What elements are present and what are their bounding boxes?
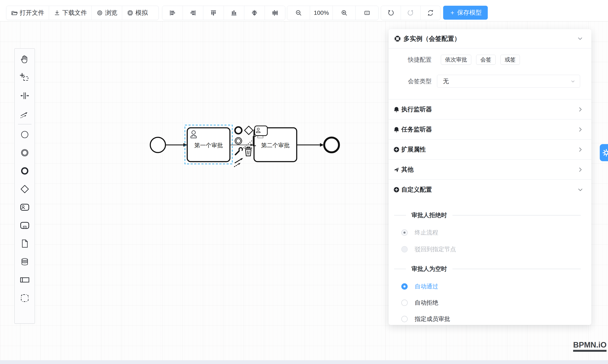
section-task-listeners[interactable]: 任务监听器 <box>389 119 591 139</box>
radio-auto-pass[interactable]: 自动通过 <box>401 283 438 290</box>
space-tool-icon <box>19 91 30 101</box>
empty-group-heading: 审批人为空时 <box>394 265 581 273</box>
palette-start-event[interactable] <box>16 126 34 144</box>
align-top-button[interactable] <box>203 6 224 20</box>
redo-icon <box>407 9 414 16</box>
magnifier-minus-icon <box>295 9 302 16</box>
toolbar-align-group <box>162 6 285 20</box>
append-gateway-button[interactable] <box>245 126 253 135</box>
palette-user-task[interactable] <box>16 198 34 216</box>
panel-sections: 执行监听器 任务监听器 扩展属性 其他 自定义配置 <box>389 99 591 199</box>
align-right-button[interactable] <box>183 6 203 20</box>
undo-button[interactable] <box>381 6 401 20</box>
plus-icon: ＋ <box>449 8 455 17</box>
zoom-out-button[interactable] <box>287 6 310 20</box>
radio-auto-reject[interactable]: 自动拒绝 <box>401 299 438 307</box>
hand-tool[interactable] <box>16 50 34 68</box>
chevron-down-icon <box>577 187 583 193</box>
panel-header[interactable]: 多实例（会签配置） <box>389 29 591 49</box>
align-top-icon <box>210 9 217 16</box>
align-left-icon <box>169 9 176 16</box>
gear-icon <box>602 149 608 157</box>
task-first-approval[interactable]: 第一个审批 <box>187 128 230 162</box>
radio-return-to-node[interactable]: 驳回到指定节点 <box>401 245 456 253</box>
palette-data-store[interactable] <box>16 253 34 271</box>
magnifier-plus-icon <box>341 9 348 16</box>
align-bottom-icon <box>230 9 238 16</box>
radio-button[interactable] <box>401 316 408 322</box>
palette-group[interactable] <box>16 289 34 307</box>
palette-data-object[interactable] <box>16 234 34 253</box>
align-bottom-button[interactable] <box>224 6 244 20</box>
empty-group-title: 审批人为空时 <box>411 265 447 273</box>
sequence-flow-2[interactable] <box>230 144 254 146</box>
shape-palette <box>14 48 35 324</box>
section-label: 自定义配置 <box>401 185 577 194</box>
palette-intermediate-event[interactable] <box>16 144 34 162</box>
bpmn-io-logo[interactable]: BPMN.iO <box>573 340 607 352</box>
append-user-task-button[interactable] <box>255 126 267 136</box>
reset-canvas-button[interactable] <box>421 6 440 20</box>
section-extended-properties[interactable]: 扩展属性 <box>389 139 591 159</box>
simulate-label: 模拟 <box>135 9 148 17</box>
zoom-in-button[interactable] <box>333 6 356 20</box>
lasso-tool[interactable] <box>16 68 34 87</box>
align-center-horizontal-button[interactable] <box>244 6 265 20</box>
radio-button[interactable] <box>401 283 408 290</box>
section-custom-config[interactable]: 自定义配置 <box>389 179 591 199</box>
quick-config-orsign-button[interactable]: 或签 <box>501 55 520 65</box>
save-model-label: 保存模型 <box>457 8 482 17</box>
intermediate-event-icon <box>19 147 30 158</box>
zoom-reset-button[interactable]: 1:1 <box>356 6 378 20</box>
radio-button[interactable] <box>401 299 408 306</box>
preview-button[interactable]: 浏览 <box>92 6 122 20</box>
download-file-button[interactable]: 下载文件 <box>49 6 92 20</box>
end-event-shape[interactable] <box>324 138 339 152</box>
bell-icon <box>393 106 400 113</box>
chip-icon <box>127 10 133 16</box>
radio-button[interactable] <box>401 229 408 236</box>
eye-icon <box>96 10 103 16</box>
reject-group-title: 审批人拒绝时 <box>411 211 447 219</box>
palette-subprocess[interactable] <box>16 216 34 234</box>
align-left-button[interactable] <box>162 6 183 20</box>
logo-underline <box>573 350 607 352</box>
sign-type-select[interactable]: 无 <box>437 75 580 88</box>
open-file-button[interactable]: 打开文件 <box>6 6 49 20</box>
align-center-vertical-button[interactable] <box>265 6 285 20</box>
space-tool[interactable] <box>16 87 34 105</box>
quick-config-sequential-button[interactable]: 依次审批 <box>441 55 471 65</box>
palette-end-event[interactable] <box>16 162 34 180</box>
open-file-label: 打开文件 <box>20 9 44 17</box>
trash-icon[interactable] <box>245 147 252 156</box>
section-other[interactable]: 其他 <box>389 159 591 179</box>
global-connect-tool[interactable] <box>16 105 34 123</box>
append-intermediate-event-button[interactable] <box>235 138 242 144</box>
section-label: 其他 <box>401 165 577 174</box>
connect-tool-button[interactable] <box>234 158 243 167</box>
sequence-flow-3[interactable] <box>297 143 324 147</box>
zoom-level[interactable]: 100% <box>310 6 333 20</box>
sequence-flow-1[interactable] <box>166 143 187 147</box>
palette-gateway[interactable] <box>16 180 34 198</box>
toolbar-zoom-group: 100% 1:1 <box>287 6 379 20</box>
radio-label: 指定成员审批 <box>415 315 450 323</box>
save-model-button[interactable]: ＋ 保存模型 <box>443 6 488 20</box>
start-event-shape[interactable] <box>150 137 165 153</box>
redo-button[interactable] <box>401 6 421 20</box>
chevron-right-icon <box>577 127 583 132</box>
palette-participant[interactable] <box>16 271 34 289</box>
radio-assign-member[interactable]: 指定成员审批 <box>401 315 450 323</box>
folder-open-icon <box>11 10 18 16</box>
settings-tab[interactable] <box>600 144 608 161</box>
connect-tool-icon <box>19 109 30 119</box>
quick-config-countersign-button[interactable]: 会签 <box>476 55 496 65</box>
append-end-event-button[interactable] <box>235 127 242 134</box>
simulate-button[interactable]: 模拟 <box>122 6 152 20</box>
radio-terminate-process[interactable]: 终止流程 <box>401 229 438 237</box>
divider <box>394 269 406 269</box>
radio-button[interactable] <box>401 246 408 252</box>
task1-label: 第一个审批 <box>194 142 223 148</box>
section-execution-listeners[interactable]: 执行监听器 <box>389 99 591 119</box>
wrench-icon[interactable] <box>236 147 243 155</box>
